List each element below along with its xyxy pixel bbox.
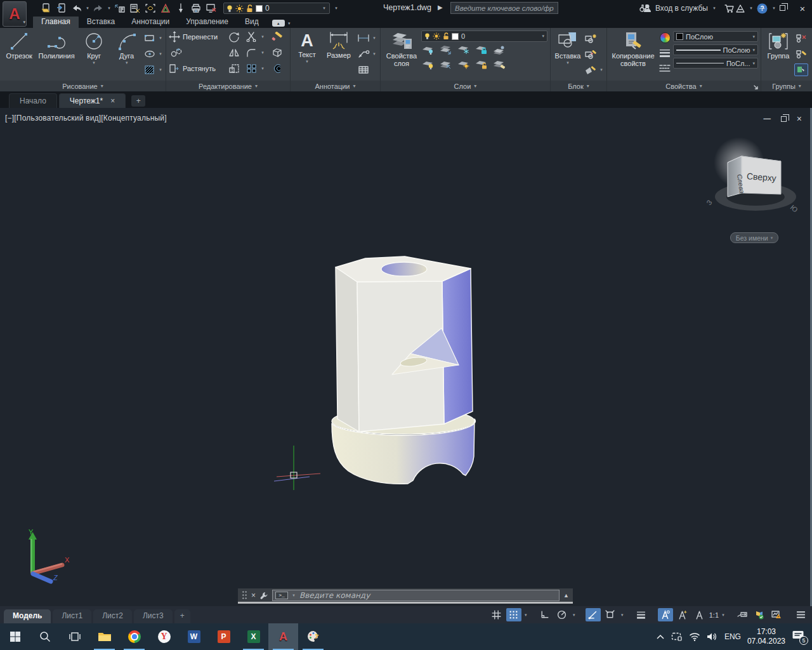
layer-properties-button[interactable]: Свойства слоя bbox=[383, 30, 420, 81]
panel-label-annotation[interactable]: Аннотации▾ bbox=[291, 81, 380, 91]
write-block-button[interactable] bbox=[584, 48, 598, 60]
panel-label-groups[interactable]: Группы▾ bbox=[761, 81, 812, 91]
group-edit-button[interactable] bbox=[794, 48, 808, 60]
qat-customize-button[interactable]: ▾ bbox=[334, 6, 339, 11]
save-button[interactable] bbox=[55, 2, 69, 15]
drawing-viewport[interactable]: [−][Пользовательский вид][Концептуальный… bbox=[0, 108, 812, 606]
autodesk-app-button[interactable]: ▾ bbox=[736, 0, 754, 17]
explode-button[interactable] bbox=[270, 46, 284, 59]
ungroup-button[interactable] bbox=[794, 32, 808, 44]
taskbar-paint[interactable] bbox=[298, 623, 328, 650]
command-line-bar[interactable]: × >_ ▾ Введите команду ▲ bbox=[238, 588, 573, 604]
tab-layout2[interactable]: Лист2 bbox=[93, 609, 132, 623]
redo-button[interactable] bbox=[91, 2, 105, 15]
task-view-button[interactable] bbox=[60, 623, 89, 650]
stretch-button[interactable]: Растянуть bbox=[169, 63, 227, 74]
named-view-dropdown[interactable]: Без имени▾ bbox=[730, 232, 778, 243]
polar-dropdown[interactable]: ▾ bbox=[572, 613, 577, 618]
line-button[interactable]: Отрезок bbox=[3, 30, 36, 81]
tab-home[interactable]: Главная bbox=[33, 16, 79, 28]
match-properties-button[interactable]: Копирование свойств bbox=[610, 30, 657, 81]
close-button[interactable]: × bbox=[797, 3, 808, 14]
search-expand-icon[interactable]: ▶ bbox=[438, 4, 443, 11]
block-editor-button[interactable] bbox=[584, 63, 598, 76]
layer-on-button[interactable] bbox=[421, 58, 435, 71]
erase-button[interactable] bbox=[270, 30, 284, 43]
command-drag-handle[interactable] bbox=[242, 590, 247, 600]
viewport-minimize-button[interactable]: ─ bbox=[763, 113, 770, 124]
command-history-toggle[interactable]: ▲ bbox=[563, 592, 569, 599]
linetype-list-icon[interactable] bbox=[658, 62, 672, 74]
taskbar-clock[interactable]: 17:03 07.04.2023 bbox=[747, 627, 785, 646]
quick-properties-icon[interactable] bbox=[735, 608, 750, 621]
text-button[interactable]: A Текст ▾ bbox=[293, 30, 321, 81]
layer-unisolate-button[interactable] bbox=[439, 58, 453, 71]
scale-button[interactable] bbox=[227, 62, 241, 75]
trim-dropdown[interactable]: ▾ bbox=[260, 34, 265, 39]
insert-block-button[interactable]: Вставка ▾ bbox=[553, 30, 582, 81]
ellipse-dropdown[interactable]: ▾ bbox=[158, 51, 163, 56]
tab-model[interactable]: Модель bbox=[4, 609, 51, 623]
command-input[interactable]: >_ ▾ Введите команду bbox=[272, 590, 560, 601]
rotate-button[interactable] bbox=[227, 30, 241, 43]
lineweight-display-icon[interactable] bbox=[634, 608, 649, 621]
taskbar-explorer[interactable] bbox=[89, 623, 119, 650]
snap-dropdown[interactable]: ▾ bbox=[523, 613, 528, 618]
table-button[interactable] bbox=[357, 63, 370, 76]
set-square-button[interactable] bbox=[159, 2, 173, 15]
arc-button[interactable]: Дуга ▾ bbox=[112, 30, 141, 81]
help-search-input[interactable]: Введите ключевое слово/фразу bbox=[450, 2, 558, 14]
close-tab-icon[interactable]: × bbox=[110, 96, 115, 105]
sign-in-button[interactable]: Вход в службы ▾ bbox=[643, 0, 717, 17]
viewport-controls[interactable]: [−][Пользовательский вид][Концептуальный… bbox=[5, 114, 167, 123]
dim-dropdown[interactable]: ▾ bbox=[372, 36, 377, 41]
tab-annotate[interactable]: Аннотации bbox=[123, 16, 178, 28]
layer-isolate-button[interactable] bbox=[439, 44, 453, 56]
layer-thaw-button[interactable] bbox=[457, 58, 471, 71]
fillet-dropdown[interactable]: ▾ bbox=[260, 50, 265, 55]
mirror-button[interactable] bbox=[227, 46, 241, 59]
annotation-visibility-icon[interactable] bbox=[658, 608, 673, 621]
hatch-button[interactable] bbox=[143, 63, 157, 76]
sysvar-monitor-icon[interactable] bbox=[769, 608, 784, 621]
rectangle-button[interactable] bbox=[143, 32, 157, 44]
create-block-button[interactable] bbox=[584, 32, 598, 44]
object-snap-tracking-icon[interactable] bbox=[586, 608, 601, 621]
panel-label-modify[interactable]: Редактирование▾ bbox=[166, 81, 290, 91]
color-wheel-icon[interactable] bbox=[658, 31, 672, 44]
rectangle-dropdown[interactable]: ▾ bbox=[158, 36, 163, 41]
restore-button[interactable] bbox=[776, 4, 788, 13]
markup-button[interactable] bbox=[128, 2, 142, 15]
model-3d-solid[interactable] bbox=[273, 241, 488, 501]
compass-south-label[interactable]: Ю bbox=[789, 203, 799, 213]
grid-display-icon[interactable] bbox=[489, 608, 504, 621]
display-icon[interactable] bbox=[671, 632, 683, 641]
array-button[interactable]: ▾ bbox=[246, 63, 270, 74]
wifi-icon[interactable] bbox=[689, 632, 700, 641]
layer-off-button[interactable] bbox=[421, 44, 435, 56]
viewport-close-button[interactable]: × bbox=[797, 114, 802, 124]
file-tab-drawing1[interactable]: Чертеж1* × bbox=[59, 93, 126, 108]
annotation-scale-value[interactable]: 1:1 bbox=[709, 611, 719, 619]
linear-dimension-button[interactable] bbox=[357, 32, 370, 44]
offset-button[interactable] bbox=[270, 62, 284, 75]
polar-tracking-icon[interactable] bbox=[554, 608, 570, 621]
file-tab-start[interactable]: Начало bbox=[9, 93, 57, 108]
etransmit-button[interactable] bbox=[113, 2, 127, 15]
polyline-button[interactable]: Полилиния bbox=[37, 30, 76, 81]
minimize-button[interactable]: ─ bbox=[756, 4, 768, 13]
viewcube[interactable]: З Ю Сверху Слева bbox=[700, 126, 809, 240]
layer-match-button[interactable] bbox=[492, 58, 506, 71]
hardware-acceleration-icon[interactable] bbox=[752, 608, 767, 621]
undo-dropdown[interactable]: ▾ bbox=[85, 6, 90, 11]
panel-label-properties[interactable]: Свойства▾ bbox=[607, 81, 761, 91]
taskbar-search-button[interactable] bbox=[30, 623, 60, 650]
layer-lock-button[interactable] bbox=[475, 44, 488, 56]
lineweight-list-icon[interactable] bbox=[658, 46, 672, 59]
viewport-restore-button[interactable] bbox=[781, 113, 787, 124]
copy-button[interactable] bbox=[170, 46, 184, 59]
compass-west-label[interactable]: З bbox=[705, 198, 714, 206]
undo-button[interactable] bbox=[70, 2, 84, 15]
new-drawing-tab-button[interactable]: + bbox=[131, 95, 145, 107]
osnap-dropdown[interactable]: ▾ bbox=[620, 613, 625, 618]
